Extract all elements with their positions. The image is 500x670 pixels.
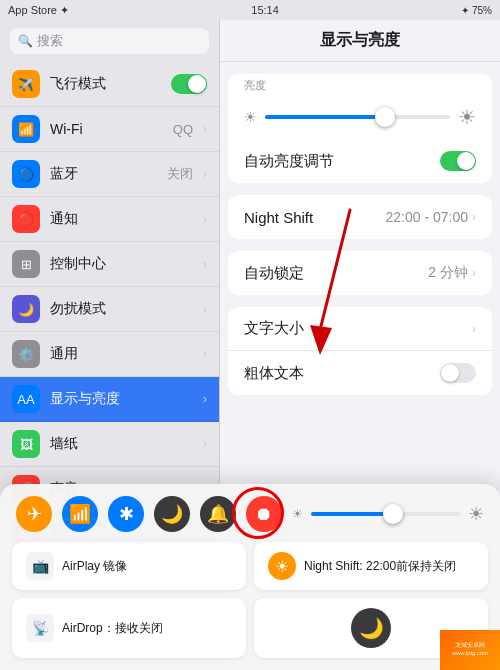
- night-shift-group: Night Shift 22:00 - 07:00 ›: [228, 195, 492, 239]
- auto-brightness-row[interactable]: 自动亮度调节: [228, 139, 492, 183]
- sidebar-item-bluetooth[interactable]: 🔵 蓝牙 关闭 ›: [0, 152, 219, 197]
- sidebar-label-flight-mode: 飞行模式: [50, 75, 161, 93]
- auto-lock-arrow: ›: [472, 266, 476, 280]
- text-size-label: 文字大小: [244, 319, 472, 338]
- brightness-low-icon: ☀: [244, 109, 257, 125]
- sidebar-label-wallpaper: 墙纸: [50, 435, 193, 453]
- cc-icon-bluetooth[interactable]: ✱: [108, 496, 144, 532]
- sidebar-item-display[interactable]: AA 显示与亮度 ›: [0, 377, 219, 422]
- arrow-display: ›: [203, 392, 207, 406]
- cc-brightness-slider: ☀ ☀: [292, 503, 484, 525]
- cc-button-grid: 📺 AirPlay 镜像 ☀ Night Shift: 22:00前保持关闭 📡…: [12, 542, 488, 658]
- brightness-row: ☀ ☀: [228, 95, 492, 139]
- battery-label: ✦ 75%: [461, 5, 492, 16]
- sidebar-icon-display: AA: [12, 385, 40, 413]
- sidebar-item-general[interactable]: ⚙️ 通用 ›: [0, 332, 219, 377]
- sidebar-item-dnd[interactable]: 🌙 勿扰模式 ›: [0, 287, 219, 332]
- value-wifi: QQ: [173, 122, 193, 137]
- arrow-control-center: ›: [203, 257, 207, 271]
- sidebar-icon-general: ⚙️: [12, 340, 40, 368]
- control-center-panel: ✈📶✱🌙🔔⏺ ☀ ☀ 📺 AirPlay 镜像 ☀ Night Shift: 2…: [0, 484, 500, 670]
- bold-text-toggle[interactable]: [440, 363, 476, 383]
- sidebar-icon-wifi: 📶: [12, 115, 40, 143]
- night-shift-row[interactable]: Night Shift 22:00 - 07:00 ›: [228, 195, 492, 239]
- search-box[interactable]: 🔍 搜索: [10, 28, 209, 54]
- sidebar-label-control-center: 控制中心: [50, 255, 193, 273]
- sidebar-label-bluetooth: 蓝牙: [50, 165, 157, 183]
- sidebar-label-wifi: Wi-Fi: [50, 121, 163, 137]
- sidebar-item-wifi[interactable]: 📶 Wi-Fi QQ ›: [0, 107, 219, 152]
- cc-slider-high-icon: ☀: [468, 503, 484, 525]
- cc-icon-record[interactable]: ⏺: [246, 496, 282, 532]
- arrow-notifications: ›: [203, 212, 207, 226]
- bold-text-row[interactable]: 粗体文本: [228, 351, 492, 395]
- airdrop-label: AirDrop：接收关闭: [62, 620, 232, 637]
- cc-icon-wifi[interactable]: 📶: [62, 496, 98, 532]
- sidebar-items-list: ✈️ 飞行模式 📶 Wi-Fi QQ › 🔵 蓝牙 关闭 › 🔴 通知 › ⊞ …: [0, 62, 219, 557]
- night-shift-cc-button[interactable]: ☀ Night Shift: 22:00前保持关闭: [254, 542, 488, 590]
- status-bar-right: ✦ 75%: [461, 5, 492, 16]
- status-bar-left: App Store ✦: [8, 4, 69, 17]
- cc-icon-bell[interactable]: 🔔: [200, 496, 236, 532]
- auto-lock-row[interactable]: 自动锁定 2 分钟 ›: [228, 251, 492, 295]
- brightness-fill: [265, 115, 385, 119]
- watermark-text: 龙城安卓网www.ljrig.com: [452, 642, 489, 658]
- sidebar-item-control-center[interactable]: ⊞ 控制中心 ›: [0, 242, 219, 287]
- sidebar-item-flight-mode[interactable]: ✈️ 飞行模式: [0, 62, 219, 107]
- watermark: 龙城安卓网www.ljrig.com: [440, 630, 500, 670]
- bold-text-label: 粗体文本: [244, 364, 440, 383]
- cc-icon-moon[interactable]: 🌙: [154, 496, 190, 532]
- brightness-group: 亮度 ☀ ☀ 自动亮度调节: [228, 74, 492, 183]
- cc-icon-buttons: ✈📶✱🌙🔔⏺: [16, 496, 282, 532]
- sidebar-icon-bluetooth: 🔵: [12, 160, 40, 188]
- value-bluetooth: 关闭: [167, 165, 193, 183]
- sidebar-label-display: 显示与亮度: [50, 390, 193, 408]
- airplay-label: AirPlay 镜像: [62, 558, 232, 575]
- text-group: 文字大小 › 粗体文本: [228, 307, 492, 395]
- arrow-general: ›: [203, 347, 207, 361]
- app-store-label: App Store ✦: [8, 4, 69, 17]
- sidebar-icon-dnd: 🌙: [12, 295, 40, 323]
- cc-slider-track[interactable]: [311, 512, 460, 516]
- arrow-bluetooth: ›: [203, 167, 207, 181]
- brightness-thumb[interactable]: [375, 107, 395, 127]
- status-bar-time: 15:14: [251, 4, 279, 16]
- brightness-slider[interactable]: [265, 115, 450, 119]
- sidebar-icon-flight-mode: ✈️: [12, 70, 40, 98]
- moon-cc-icon: 🌙: [351, 608, 391, 648]
- auto-lock-value: 2 分钟: [428, 264, 468, 282]
- status-bar: App Store ✦ 15:14 ✦ 75%: [0, 0, 500, 20]
- auto-brightness-toggle[interactable]: [440, 151, 476, 171]
- sidebar-item-wallpaper[interactable]: 🖼 墙纸 ›: [0, 422, 219, 467]
- sidebar-label-dnd: 勿扰模式: [50, 300, 193, 318]
- sidebar-icon-control-center: ⊞: [12, 250, 40, 278]
- sidebar-label-notifications: 通知: [50, 210, 193, 228]
- right-panel-title: 显示与亮度: [220, 20, 500, 62]
- cc-icon-airplane[interactable]: ✈: [16, 496, 52, 532]
- text-size-arrow: ›: [472, 322, 476, 336]
- night-shift-value: 22:00 - 07:00: [385, 209, 468, 225]
- search-icon: 🔍: [18, 34, 33, 48]
- airdrop-button[interactable]: 📡 AirDrop：接收关闭: [12, 598, 246, 658]
- arrow-dnd: ›: [203, 302, 207, 316]
- sidebar-item-notifications[interactable]: 🔴 通知 ›: [0, 197, 219, 242]
- night-shift-arrow: ›: [472, 210, 476, 224]
- sidebar-icon-notifications: 🔴: [12, 205, 40, 233]
- auto-lock-label: 自动锁定: [244, 264, 428, 283]
- night-shift-cc-icon: ☀: [268, 552, 296, 580]
- airplay-button[interactable]: 📺 AirPlay 镜像: [12, 542, 246, 590]
- brightness-group-label: 亮度: [228, 74, 492, 95]
- cc-slider-low-icon: ☀: [292, 507, 303, 521]
- cc-slider-thumb[interactable]: [383, 504, 403, 524]
- arrow-wallpaper: ›: [203, 437, 207, 451]
- toggle-flight-mode[interactable]: [171, 74, 207, 94]
- cc-slider-fill: [311, 512, 393, 516]
- sidebar-header: 🔍 搜索: [0, 20, 219, 62]
- sidebar-label-general: 通用: [50, 345, 193, 363]
- text-size-row[interactable]: 文字大小 ›: [228, 307, 492, 351]
- airdrop-icon: 📡: [26, 614, 54, 642]
- night-shift-cc-label: Night Shift: 22:00前保持关闭: [304, 558, 474, 575]
- cc-icons-row: ✈📶✱🌙🔔⏺ ☀ ☀: [12, 496, 488, 532]
- sidebar-icon-wallpaper: 🖼: [12, 430, 40, 458]
- auto-lock-group: 自动锁定 2 分钟 ›: [228, 251, 492, 295]
